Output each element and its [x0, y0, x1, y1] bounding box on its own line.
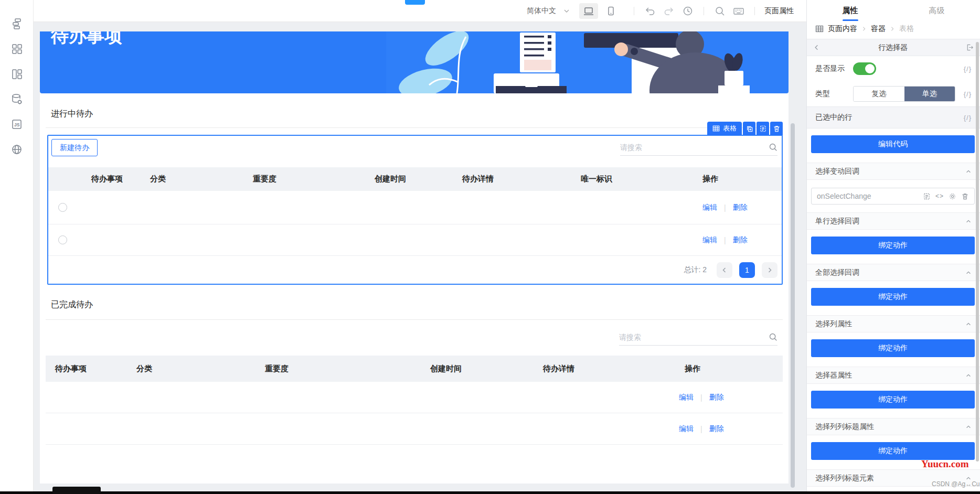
bind-action-button[interactable]: 绑定动作 — [811, 288, 975, 306]
banner-title: 待办事项 — [51, 31, 122, 48]
expression-icon[interactable]: {/} — [964, 114, 972, 122]
column-header: 待办事项 — [55, 356, 87, 382]
breadcrumb-item[interactable]: 容器 — [871, 24, 886, 34]
edit-link[interactable]: 编辑 — [679, 393, 694, 402]
keyboard-shortcut-button[interactable] — [729, 3, 748, 19]
dashed-doc-icon[interactable] — [923, 192, 931, 200]
page-banner[interactable]: 待办事项 — [40, 31, 789, 93]
component-badge[interactable]: 表格 — [707, 122, 742, 135]
row-radio[interactable] — [58, 235, 67, 244]
dashed-doc-icon — [759, 125, 767, 133]
language-label: 简体中文 — [527, 6, 556, 16]
breadcrumb-item[interactable]: 页面内容 — [828, 24, 857, 34]
section-selector-props[interactable]: 选择器属性 — [807, 367, 980, 384]
chevron-up-icon — [965, 372, 972, 379]
delete-link[interactable]: 删除 — [733, 235, 748, 245]
duplicate-component-button[interactable] — [743, 122, 755, 135]
search-input[interactable] — [620, 143, 765, 152]
section-select-col-props[interactable]: 选择列属性 — [807, 315, 980, 332]
type-option-multi[interactable]: 复选 — [854, 87, 904, 101]
section-select-all[interactable]: 全部选择回调 — [807, 264, 980, 281]
in-progress-table[interactable]: 表格 新建待办 — [47, 135, 783, 285]
chevron-up-icon — [965, 321, 972, 327]
panel-tabs: 属性 高级 — [807, 0, 980, 21]
bind-action-button[interactable]: 绑定动作 — [811, 442, 975, 460]
column-header: 创建时间 — [430, 356, 462, 382]
page-properties-button[interactable]: 页面属性 — [764, 6, 794, 16]
section-col-title-props[interactable]: 选择列列标题属性 — [807, 418, 980, 435]
table-row: 编辑 | 删除 — [46, 413, 783, 445]
visible-toggle[interactable] — [853, 62, 876, 75]
chevron-left-icon[interactable] — [813, 44, 820, 51]
new-todo-button[interactable]: 新建待办 — [51, 139, 98, 156]
bind-action-button[interactable]: 绑定动作 — [811, 339, 975, 357]
trash-icon — [773, 125, 781, 133]
desktop-view-button[interactable] — [579, 3, 598, 19]
bind-action-button[interactable]: 绑定动作 — [811, 391, 975, 409]
edit-code-button[interactable]: 编辑代码 — [811, 135, 975, 153]
components-icon[interactable] — [9, 42, 25, 55]
edit-link[interactable]: 编辑 — [702, 235, 717, 245]
component-badge-label: 表格 — [723, 124, 737, 133]
delete-component-button[interactable] — [770, 122, 783, 135]
row-radio[interactable] — [58, 203, 67, 212]
tab-properties[interactable]: 属性 — [807, 0, 893, 21]
redo-button[interactable] — [659, 3, 678, 19]
chevron-up-icon — [965, 218, 972, 224]
delete-link[interactable]: 删除 — [709, 424, 724, 434]
chevron-right-icon — [766, 267, 773, 273]
type-option-single[interactable]: 单选 — [904, 87, 955, 101]
section-title: 单行选择回调 — [815, 217, 859, 226]
history-button[interactable] — [678, 3, 697, 19]
current-page-button[interactable]: 1 — [739, 262, 755, 278]
tab-advanced[interactable]: 高级 — [893, 0, 980, 21]
edit-link[interactable]: 编辑 — [702, 203, 717, 212]
outline-tree-icon[interactable] — [9, 17, 25, 30]
on-select-change-binding[interactable]: onSelectChange <> — [811, 188, 975, 205]
design-canvas: 待办事项 — [34, 22, 806, 494]
bottom-left-chip — [52, 487, 101, 494]
delete-link[interactable]: 删除 — [709, 393, 724, 402]
mobile-view-button[interactable] — [601, 3, 620, 19]
panel-scrollbar[interactable] — [976, 42, 979, 461]
expression-icon[interactable]: {/} — [964, 65, 972, 73]
copy-style-button[interactable] — [757, 122, 769, 135]
in-progress-pagination: 总计: 2 1 — [684, 256, 777, 284]
search-icon[interactable] — [769, 143, 777, 152]
js-code-icon[interactable]: JS — [9, 118, 25, 131]
clock-icon — [683, 6, 693, 16]
canvas-scrollbar[interactable] — [791, 123, 795, 488]
chevron-up-icon — [965, 270, 972, 276]
exit-icon[interactable] — [966, 44, 974, 51]
keyboard-icon — [733, 5, 744, 17]
trash-icon[interactable] — [961, 192, 969, 200]
column-header: 待办事项 — [91, 167, 123, 191]
section-select-change[interactable]: 选择变动回调 — [807, 163, 980, 180]
done-heading: 已完成待办 — [51, 299, 93, 310]
layout-icon[interactable] — [9, 68, 25, 80]
in-progress-search — [620, 139, 777, 156]
breadcrumb: 页面内容 容器 表格 — [807, 21, 980, 37]
section-single-select[interactable]: 单行选择回调 — [807, 212, 980, 230]
code-icon[interactable]: <> — [935, 192, 944, 200]
search-button[interactable] — [710, 3, 729, 19]
next-page-button[interactable] — [762, 262, 777, 278]
callback-name: onSelectChange — [817, 192, 918, 200]
undo-button[interactable] — [641, 3, 659, 19]
column-header: 重要度 — [265, 356, 289, 382]
chevron-left-icon — [721, 267, 728, 273]
gear-icon[interactable] — [949, 192, 956, 200]
search-icon[interactable] — [769, 332, 777, 341]
search-input[interactable] — [619, 333, 765, 341]
chevron-up-icon — [965, 424, 972, 430]
table-row: 编辑 | 删除 — [48, 224, 782, 256]
delete-link[interactable]: 删除 — [733, 203, 748, 212]
prev-page-button[interactable] — [717, 262, 732, 278]
expression-icon[interactable]: {/} — [964, 90, 972, 98]
globe-icon[interactable] — [9, 143, 25, 156]
edit-link[interactable]: 编辑 — [679, 424, 694, 434]
datasource-icon[interactable] — [9, 93, 25, 105]
bind-action-button[interactable]: 绑定动作 — [811, 237, 975, 254]
language-select[interactable]: 简体中文 — [527, 6, 570, 16]
type-row: 类型 复选 单选 {/} — [807, 81, 980, 106]
